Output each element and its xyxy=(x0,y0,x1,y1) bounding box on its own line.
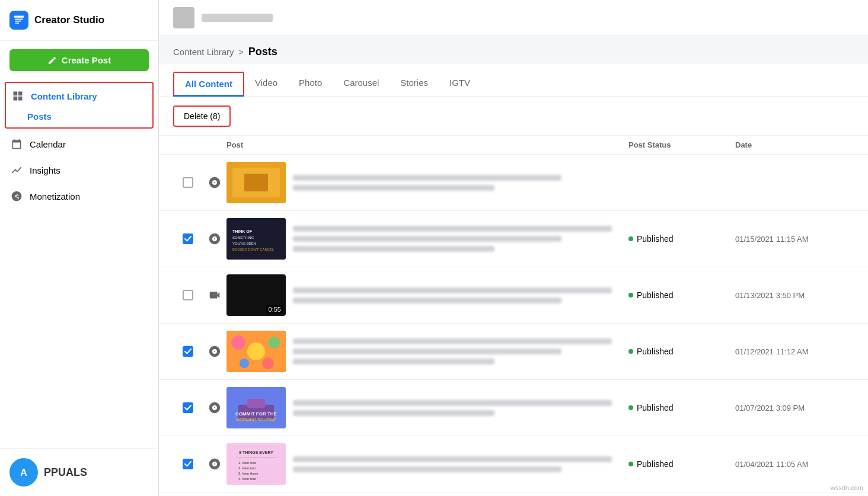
table-header: Post Post Status Date xyxy=(159,136,868,155)
text-line-1 xyxy=(293,175,561,181)
tab-video[interactable]: Video xyxy=(244,72,288,97)
post-date-cell: 01/07/2021 3:09 PM xyxy=(735,404,854,412)
sidebar-item-insights[interactable]: Insights xyxy=(0,157,158,183)
row-checkbox[interactable] xyxy=(183,233,193,244)
dollar-icon xyxy=(9,189,24,203)
row-checkbox-cell[interactable] xyxy=(173,290,203,300)
post-status-cell: Published xyxy=(628,234,735,244)
svg-text:3. Item three: 3. Item three xyxy=(238,472,259,475)
row-checkbox[interactable] xyxy=(183,346,193,357)
status-column-header: Post Status xyxy=(628,140,735,149)
post-text xyxy=(293,338,628,364)
text-line-2 xyxy=(293,297,561,303)
post-content-cell xyxy=(226,162,628,203)
text-line-1 xyxy=(293,456,612,462)
post-status-cell: Published xyxy=(628,403,735,412)
post-content-cell xyxy=(226,331,628,372)
type-header-cell xyxy=(203,140,226,149)
status-dot xyxy=(628,293,633,297)
page-name-placeholder xyxy=(202,14,273,22)
sidebar-item-content-library[interactable]: Content Library xyxy=(6,83,152,109)
table-row: COMMIT FOR THE MORNING ROUTINE Published… xyxy=(159,380,868,436)
row-checkbox[interactable] xyxy=(183,402,193,413)
tab-all-content[interactable]: All Content xyxy=(173,72,244,97)
delete-button[interactable]: Delete (8) xyxy=(173,105,231,127)
post-thumbnail: COMMIT FOR THE MORNING ROUTINE xyxy=(226,387,286,428)
status-label: Published xyxy=(637,347,674,356)
row-checkbox-cell[interactable] xyxy=(173,177,203,188)
grid-icon xyxy=(11,89,25,103)
tab-photo[interactable]: Photo xyxy=(288,72,333,97)
post-content-cell: THINK OF SOMETHING YOU'VE BEEN BOSSES DO… xyxy=(226,218,628,260)
post-thumbnail xyxy=(226,331,286,372)
reels-icon xyxy=(208,176,221,189)
content-tabs: All Content Video Photo Carousel Stories… xyxy=(159,63,868,97)
reels-icon xyxy=(208,345,221,358)
app-logo xyxy=(9,11,28,30)
checkbox-header-cell xyxy=(173,140,203,149)
post-text xyxy=(293,226,628,252)
table-row xyxy=(159,155,868,211)
date-column-header: Date xyxy=(735,140,854,149)
text-line-1 xyxy=(293,400,612,406)
calendar-label: Calendar xyxy=(30,139,66,149)
calendar-icon xyxy=(9,137,24,151)
appuals-logo: A xyxy=(9,458,38,487)
sidebar-bottom: A PPUALS xyxy=(0,448,158,496)
post-thumbnail xyxy=(226,162,286,203)
post-column-header: Post xyxy=(226,140,628,149)
status-dot xyxy=(628,236,633,241)
status-label: Published xyxy=(637,403,674,412)
svg-point-11 xyxy=(231,335,245,350)
breadcrumb-current: Posts xyxy=(248,46,277,58)
table-row: Published 01/12/2021 11:12 AM xyxy=(159,324,868,380)
action-bar: Delete (8) xyxy=(159,97,868,136)
post-content-cell: COMMIT FOR THE MORNING ROUTINE xyxy=(226,387,628,428)
svg-text:YOU'VE BEEN: YOU'VE BEEN xyxy=(232,242,256,245)
svg-text:THINK OF: THINK OF xyxy=(232,229,253,233)
svg-text:SOMETHING: SOMETHING xyxy=(232,236,254,239)
svg-point-14 xyxy=(240,359,249,368)
post-date-cell: 01/12/2021 11:12 AM xyxy=(735,347,854,356)
insights-icon xyxy=(9,163,24,177)
svg-point-13 xyxy=(268,337,280,348)
row-checkbox-cell[interactable] xyxy=(173,459,203,469)
watermark: wsxdn.com xyxy=(831,484,863,491)
row-checkbox[interactable] xyxy=(183,459,193,469)
svg-text:BOSSES DON'T CANCEL: BOSSES DON'T CANCEL xyxy=(232,248,275,251)
appuals-brand-name: PPUALS xyxy=(44,466,87,479)
app-title: Creator Studio xyxy=(34,14,104,26)
post-type-cell xyxy=(203,232,226,245)
svg-text:8 THINGS EVERY: 8 THINGS EVERY xyxy=(239,450,273,455)
text-line-3 xyxy=(293,246,494,252)
sidebar-item-posts[interactable]: Posts xyxy=(6,109,152,127)
status-label: Published xyxy=(637,459,674,469)
tab-igtv[interactable]: IGTV xyxy=(439,72,481,97)
row-checkbox-cell[interactable] xyxy=(173,402,203,413)
text-line-1 xyxy=(293,287,612,293)
breadcrumb-separator: > xyxy=(239,47,244,57)
row-checkbox[interactable] xyxy=(183,290,193,300)
post-content-cell: 0:55 xyxy=(226,274,628,316)
row-checkbox-cell[interactable] xyxy=(173,346,203,357)
tab-carousel[interactable]: Carousel xyxy=(333,72,390,97)
posts-list: THINK OF SOMETHING YOU'VE BEEN BOSSES DO… xyxy=(159,155,868,492)
row-checkbox[interactable] xyxy=(183,177,193,188)
svg-point-12 xyxy=(247,343,265,360)
top-bar xyxy=(159,0,868,36)
sidebar-header: Creator Studio xyxy=(0,0,158,41)
row-checkbox-cell[interactable] xyxy=(173,233,203,244)
post-status-cell: Published xyxy=(628,347,735,356)
reels-icon xyxy=(208,232,221,245)
post-content-cell: 8 THINGS EVERY 1. Item one 2. Item two 3… xyxy=(226,443,628,485)
sidebar-item-monetization[interactable]: Monetization xyxy=(0,183,158,209)
post-thumbnail: 0:55 xyxy=(226,274,286,316)
post-text xyxy=(293,400,628,416)
status-label: Published xyxy=(637,290,674,300)
monetization-label: Monetization xyxy=(30,191,80,201)
sidebar-item-calendar[interactable]: Calendar xyxy=(0,131,158,157)
create-post-button[interactable]: Create Post xyxy=(9,49,149,71)
text-line-2 xyxy=(293,236,561,242)
tab-stories[interactable]: Stories xyxy=(390,72,439,97)
breadcrumb: Content Library > Posts xyxy=(159,36,868,63)
